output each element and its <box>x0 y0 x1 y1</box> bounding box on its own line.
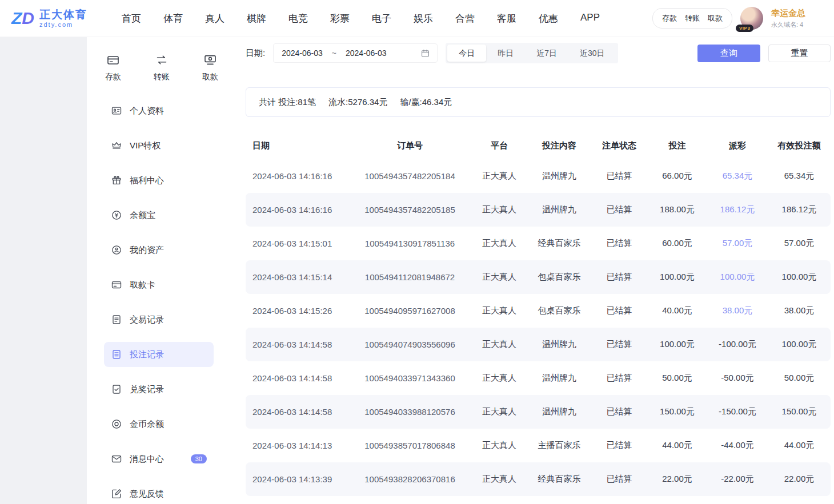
cell-payout: -100.00元 <box>707 339 768 350</box>
quick-action-deposit[interactable]: 存款 <box>105 53 121 82</box>
sidebar-item-welfare[interactable]: 福利中心 <box>104 168 214 193</box>
calendar-icon[interactable] <box>420 49 430 58</box>
page-background-strip <box>0 37 87 504</box>
cell-platform: 正大真人 <box>471 474 527 485</box>
nav-item[interactable]: 真人 <box>205 12 224 25</box>
col-header-payout: 派彩 <box>707 140 768 151</box>
col-header-valid: 有效投注额 <box>768 140 831 151</box>
cell-status: 已结算 <box>591 272 647 283</box>
cell-content: 包桌百家乐 <box>527 305 591 316</box>
cell-content: 包桌百家乐 <box>527 272 591 283</box>
table-row: 2024-06-03 14:16:16 1005494357482205184 … <box>246 159 831 193</box>
top-header: ZD 正大体育 zdty.com 首页体育真人棋牌电竞彩票电子娱乐合营客服优惠A… <box>0 0 834 37</box>
cell-payout: 186.12元 <box>707 204 768 215</box>
sidebar-item-assets[interactable]: 我的资产 <box>104 237 214 263</box>
sidebar-item-gold-balance[interactable]: 金币余额 <box>104 412 214 437</box>
header-quick-link[interactable]: 存款 <box>662 13 677 23</box>
quick-range-tab[interactable]: 近7日 <box>525 45 568 62</box>
nav-item[interactable]: 体育 <box>163 12 183 25</box>
col-header-date: 日期 <box>246 140 348 151</box>
sidebar-item-redeem-records[interactable]: 兑奖记录 <box>104 377 214 402</box>
brand-logo-icon: ZD <box>11 10 34 27</box>
quick-action-transfer[interactable]: 转账 <box>154 53 170 82</box>
brand-logo[interactable]: ZD 正大体育 zdty.com <box>11 9 87 28</box>
header-user-area: 存款转账取款 VIP3 幸运金总 永久域名: 4 <box>652 7 834 30</box>
document-icon <box>111 314 122 325</box>
sidebar-item-bet-records[interactable]: 投注记录 <box>104 342 214 367</box>
header-quick-link[interactable]: 取款 <box>708 13 723 23</box>
nav-item[interactable]: 电竞 <box>288 12 308 25</box>
quick-range-tab[interactable]: 近30日 <box>568 45 616 62</box>
quick-range-tab[interactable]: 昨日 <box>486 45 525 62</box>
summary-bar: 共计 投注:81笔 流水:5276.34元 输/赢:46.34元 <box>246 87 831 117</box>
nav-item[interactable]: 棋牌 <box>247 12 266 25</box>
date-range-input[interactable]: 2024-06-03 ~ 2024-06-03 <box>273 43 438 63</box>
filter-bar: 日期: 2024-06-03 ~ 2024-06-03 今日昨日近7日近30日 … <box>246 43 831 63</box>
query-button[interactable]: 查询 <box>697 45 760 62</box>
nav-item[interactable]: 彩票 <box>330 12 350 25</box>
quick-action-withdraw[interactable]: 取款 <box>202 53 218 82</box>
cell-valid: 150.00元 <box>768 406 831 417</box>
table-row: 2024-06-03 14:15:14 1005494112081948672 … <box>246 260 831 294</box>
cell-platform: 正大真人 <box>471 272 527 283</box>
cell-bet: 22.00元 <box>647 474 707 485</box>
sidebar-item-profile[interactable]: 个人资料 <box>104 98 214 123</box>
cell-platform: 正大真人 <box>471 238 527 249</box>
cell-platform: 正大真人 <box>471 406 527 417</box>
sidebar-item-vip[interactable]: VIP特权 <box>104 133 214 158</box>
cell-platform: 正大真人 <box>471 339 527 350</box>
table-row: 2024-06-03 14:14:13 1005493857017806848 … <box>246 429 831 462</box>
nav-item[interactable]: 电子 <box>372 12 391 25</box>
cell-date: 2024-06-03 14:16:16 <box>246 171 348 181</box>
table-row: 2024-06-03 14:15:01 1005494130917851136 … <box>246 227 831 260</box>
cell-date: 2024-06-03 14:14:58 <box>246 340 348 349</box>
cell-status: 已结算 <box>591 238 647 249</box>
cell-date: 2024-06-03 14:14:58 <box>246 407 348 417</box>
nav-item[interactable]: 娱乐 <box>414 12 433 25</box>
nav-item[interactable]: APP <box>580 12 600 25</box>
sidebar-item-messages[interactable]: 消息中心 30 <box>104 446 214 471</box>
cell-payout: 100.00元 <box>707 272 768 283</box>
vip-badge: VIP3 <box>736 25 753 32</box>
sidebar-item-feedback[interactable]: 意见反馈 <box>104 481 214 504</box>
sidebar-item-transactions[interactable]: 交易记录 <box>104 307 214 332</box>
cell-bet: 40.00元 <box>647 305 707 316</box>
sidebar-item-yuebao[interactable]: 余额宝 <box>104 203 214 228</box>
cell-valid: 65.34元 <box>768 171 831 182</box>
quick-range-tab[interactable]: 今日 <box>447 45 486 62</box>
cell-status: 已结算 <box>591 305 647 316</box>
deposit-icon <box>106 53 120 67</box>
cell-date: 2024-06-03 14:14:58 <box>246 373 348 383</box>
header-quick-link[interactable]: 转账 <box>685 13 700 23</box>
cell-content: 温州牌九 <box>527 373 591 384</box>
list-icon <box>111 349 122 360</box>
cell-valid: 44.00元 <box>768 440 831 451</box>
nav-item[interactable]: 合营 <box>455 12 475 25</box>
cell-content: 温州牌九 <box>527 406 591 417</box>
id-card-icon <box>111 105 122 116</box>
table-row: 2024-06-03 14:13:39 1005493828206370816 … <box>246 462 831 496</box>
cell-valid: 22.00元 <box>768 474 831 485</box>
nav-item[interactable]: 客服 <box>497 12 516 25</box>
reset-button[interactable]: 重置 <box>768 45 831 62</box>
cell-platform: 正大真人 <box>471 171 527 182</box>
col-header-order: 订单号 <box>348 140 471 151</box>
summary-turnover: 流水:5276.34元 <box>328 97 387 108</box>
cell-date: 2024-06-03 14:15:01 <box>246 239 348 248</box>
nav-item[interactable]: 首页 <box>122 12 141 25</box>
nav-item[interactable]: 优惠 <box>539 12 558 25</box>
sidebar: 存款 转账 取款 个人资料 VIP特权 福利中心 <box>87 37 235 504</box>
cell-order: 1005494074903556096 <box>348 340 471 349</box>
feedback-pen-icon <box>111 488 122 499</box>
sidebar-menu: 个人资料 VIP特权 福利中心 余额宝 我的资产 取款卡 <box>87 82 235 504</box>
sidebar-item-withdraw-card[interactable]: 取款卡 <box>104 272 214 297</box>
bet-records-table: 日期 订单号 平台 投注内容 注单状态 投注 派彩 有效投注额 2024-06-… <box>246 132 831 496</box>
cell-platform: 正大真人 <box>471 373 527 384</box>
cell-bet: 100.00元 <box>647 339 707 350</box>
cell-order: 1005494112081948672 <box>348 272 471 282</box>
cell-payout: -22.00元 <box>707 474 768 485</box>
withdraw-icon <box>203 53 217 67</box>
cell-platform: 正大真人 <box>471 440 527 451</box>
yuan-coin-icon <box>111 209 122 221</box>
cell-platform: 正大真人 <box>471 305 527 316</box>
